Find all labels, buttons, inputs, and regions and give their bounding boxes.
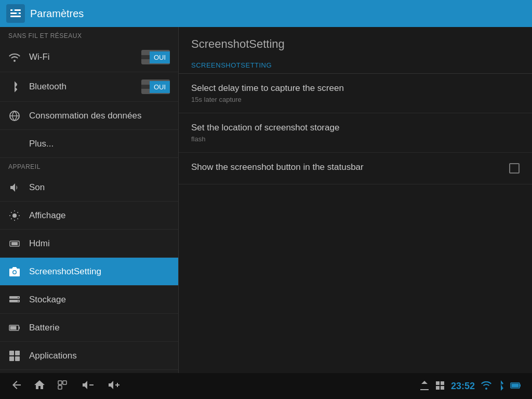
statusbar-wifi-icon <box>481 381 491 391</box>
sidebar-section-appareil: APPAREIL <box>0 158 178 174</box>
setting-delay-sub: 15s later capture <box>191 96 344 103</box>
camera-icon <box>8 265 21 278</box>
titlebar-title: Paramètres <box>30 8 84 20</box>
sidebar-item-screenshot[interactable]: ScreenshotSetting <box>0 258 178 286</box>
content-title: ScreenshotSetting <box>179 27 532 57</box>
statusbar-checkbox[interactable] <box>509 163 520 174</box>
svg-rect-20 <box>9 356 14 361</box>
setting-location[interactable]: Set the location of screenshot storage f… <box>179 113 532 153</box>
stockage-label: Stockage <box>29 295 66 305</box>
svg-point-13 <box>18 297 19 298</box>
svg-rect-8 <box>11 242 18 245</box>
svg-rect-23 <box>63 381 66 384</box>
bluetooth-label: Bluetooth <box>29 82 66 92</box>
svg-rect-29 <box>441 381 444 385</box>
statusbar-right: 23:52 <box>420 380 522 392</box>
vol-up-button[interactable] <box>105 380 121 393</box>
setting-delay-text: Select delay time to capture the screen … <box>191 83 344 103</box>
main-layout: SANS FIL ET RÉSEAUX Wi-Fi OUI <box>0 27 532 373</box>
svg-rect-4 <box>17 12 19 15</box>
wifi-toggle[interactable]: OUI <box>141 50 170 64</box>
hdmi-icon <box>8 237 21 250</box>
statusbar-bluetooth-icon <box>498 380 504 392</box>
sidebar-item-applications[interactable]: Applications <box>0 342 178 370</box>
screenshot-label: ScreenshotSetting <box>29 267 101 277</box>
setting-location-text: Set the location of screenshot storage f… <box>191 123 339 143</box>
battery-icon <box>8 322 21 334</box>
batterie-label: Batterie <box>29 323 60 333</box>
back-button[interactable] <box>10 379 23 394</box>
statusbar-left <box>10 379 121 394</box>
content-section-label: SCREENSHOTSETTING <box>179 57 532 74</box>
statusbar: 23:52 <box>0 373 532 399</box>
applications-label: Applications <box>29 351 77 361</box>
titlebar-icon <box>6 4 25 23</box>
sidebar-item-plus[interactable]: Plus... <box>0 130 178 158</box>
svg-rect-18 <box>9 351 14 355</box>
svg-rect-30 <box>436 386 440 390</box>
apps-icon <box>8 350 21 362</box>
home-button[interactable] <box>33 379 46 394</box>
wifi-toggle-on: OUI <box>150 51 170 63</box>
statusbar-time: 23:52 <box>451 381 475 392</box>
svg-rect-24 <box>58 385 62 389</box>
svg-rect-16 <box>10 326 17 329</box>
upload-icon <box>420 380 429 392</box>
bluetooth-toggle-off <box>141 85 150 89</box>
sidebar: SANS FIL ET RÉSEAUX Wi-Fi OUI <box>0 27 179 373</box>
hdmi-label: Hdmi <box>29 238 50 249</box>
wifi-toggle-off <box>141 55 150 59</box>
son-label: Son <box>29 182 45 193</box>
sidebar-item-son[interactable]: Son <box>0 174 178 202</box>
statusbar-battery-icon <box>510 382 522 391</box>
sidebar-item-data[interactable]: Consommation des données <box>0 102 178 130</box>
svg-rect-17 <box>19 326 20 329</box>
svg-rect-0 <box>10 9 21 11</box>
svg-rect-1 <box>10 12 21 14</box>
svg-rect-19 <box>15 351 20 355</box>
plus-icon <box>8 138 21 150</box>
sidebar-item-bluetooth[interactable]: Bluetooth OUI <box>0 72 178 102</box>
brightness-icon <box>8 209 21 222</box>
svg-point-10 <box>14 271 16 273</box>
setting-delay[interactable]: Select delay time to capture the screen … <box>179 74 532 113</box>
menu-icon <box>435 381 445 392</box>
data-label: Consommation des données <box>29 111 141 121</box>
setting-statusbar-title: Show the screenshot button in the status… <box>191 162 364 172</box>
storage-icon <box>8 294 21 306</box>
setting-location-title: Set the location of screenshot storage <box>191 123 339 133</box>
recent-apps-button[interactable] <box>56 379 69 394</box>
svg-rect-2 <box>10 16 21 17</box>
titlebar: Paramètres <box>0 0 532 27</box>
svg-rect-21 <box>15 356 20 361</box>
svg-point-6 <box>12 214 17 218</box>
svg-rect-31 <box>441 386 444 390</box>
affichage-label: Affichage <box>29 210 66 221</box>
data-icon <box>8 110 21 122</box>
sidebar-section-personnel: PERSONNEL <box>0 370 178 373</box>
sidebar-item-hdmi[interactable]: Hdmi <box>0 230 178 258</box>
bluetooth-toggle-on: OUI <box>150 81 170 93</box>
sidebar-item-batterie[interactable]: Batterie <box>0 314 178 342</box>
sidebar-section-wifi: SANS FIL ET RÉSEAUX <box>0 27 178 43</box>
sidebar-item-stockage[interactable]: Stockage <box>0 286 178 314</box>
svg-rect-34 <box>520 384 521 387</box>
wifi-icon <box>8 51 21 63</box>
setting-location-sub: flash <box>191 135 339 143</box>
wifi-label: Wi-Fi <box>29 52 50 62</box>
setting-statusbar[interactable]: Show the screenshot button in the status… <box>179 153 532 184</box>
setting-statusbar-text: Show the screenshot button in the status… <box>191 162 364 175</box>
svg-rect-28 <box>436 381 440 385</box>
bluetooth-toggle[interactable]: OUI <box>141 79 170 94</box>
sidebar-item-affichage[interactable]: Affichage <box>0 202 178 230</box>
content-area: ScreenshotSetting SCREENSHOTSETTING Sele… <box>179 27 532 373</box>
sidebar-item-wifi[interactable]: Wi-Fi OUI <box>0 43 178 72</box>
vol-down-button[interactable] <box>79 380 95 393</box>
svg-rect-33 <box>512 383 519 387</box>
speaker-icon <box>8 181 21 194</box>
plus-label: Plus... <box>29 139 54 149</box>
setting-delay-title: Select delay time to capture the screen <box>191 83 344 94</box>
bluetooth-icon <box>8 81 21 93</box>
svg-rect-22 <box>58 381 62 384</box>
svg-rect-3 <box>12 9 15 11</box>
